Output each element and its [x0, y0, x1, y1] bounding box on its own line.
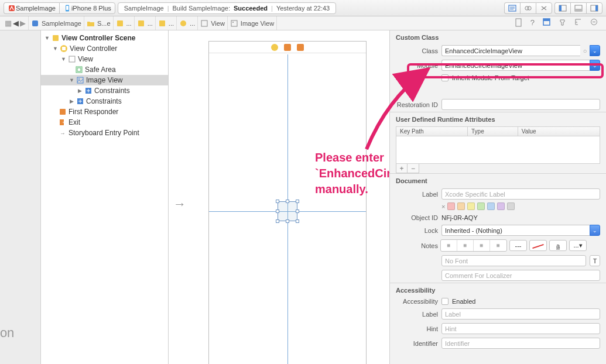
svg-rect-2	[66, 6, 69, 10]
acc-enabled-checkbox[interactable]	[441, 298, 448, 305]
inherit-module-checkbox[interactable]	[441, 74, 448, 81]
class-dropdown-button[interactable]: ⌄	[590, 45, 600, 56]
align-justify-button[interactable]: ≡	[490, 240, 506, 251]
file-inspector-icon[interactable]	[515, 18, 522, 28]
jump-seg-2[interactable]: ...	[114, 16, 135, 30]
svg-rect-27	[53, 35, 59, 41]
jump-seg-3[interactable]: ...	[135, 16, 156, 30]
outline-exit[interactable]: Exit	[41, 117, 168, 128]
svg-rect-38	[60, 109, 66, 111]
localizer-comment-field[interactable]: Comment For Localizer	[441, 270, 600, 281]
standard-editor-button[interactable]	[504, 2, 520, 14]
module-field[interactable]: EnhancedCircleImageView	[441, 60, 590, 71]
help-inspector-icon[interactable]: ?	[530, 18, 535, 28]
acc-identifier-field[interactable]: Identifier	[441, 338, 600, 349]
svg-rect-30	[69, 56, 75, 62]
doc-label-field[interactable]: Xcode Specific Label	[441, 188, 600, 200]
annotation-text: Please enter `EnhancedCircleImageView` m…	[315, 150, 389, 197]
outline-constraints-inner[interactable]: ▶ Constraints	[41, 85, 168, 96]
font-picker-button[interactable]: T	[590, 255, 600, 266]
swatch-blue[interactable]	[487, 202, 495, 210]
size-inspector-icon[interactable]	[574, 18, 582, 28]
toggle-inspector-button[interactable]	[586, 2, 602, 14]
main-toolbar: SampleImage iPhone 8 Plus SampleImage | …	[0, 0, 606, 16]
nav-back-icon[interactable]: ◀	[13, 19, 19, 27]
app-icon	[8, 4, 16, 12]
nav-forward-icon[interactable]: ▶	[20, 19, 26, 27]
module-dropdown-button[interactable]: ⌄	[590, 60, 600, 71]
outline-view-controller[interactable]: ▼ View Controller	[41, 43, 168, 54]
version-editor-button[interactable]	[536, 2, 552, 14]
toggle-debug-button[interactable]	[570, 2, 586, 14]
lock-field[interactable]: Inherited - (Nothing)	[441, 225, 590, 236]
outline-safe-area[interactable]: Safe Area	[41, 64, 168, 75]
artboard-view-controller[interactable]	[208, 41, 367, 364]
outline-storyboard-entry[interactable]: → Storyboard Entry Point	[41, 128, 168, 138]
udra-table[interactable]: Key Path Type Value	[396, 126, 600, 164]
acc-label: Accessibility	[396, 298, 438, 305]
inspector-tabs: ?	[515, 18, 604, 28]
status-result: Succeeded	[234, 5, 268, 12]
identity-inspector-icon[interactable]	[543, 18, 550, 28]
status-time: Yesterday at 22:43	[276, 5, 330, 12]
status-project: SampleImage	[124, 5, 164, 12]
udra-remove-button[interactable]: −	[408, 164, 419, 173]
acc-hint-field[interactable]: Hint	[441, 323, 600, 334]
status-action: Build SampleImage:	[173, 5, 230, 12]
swatch-green[interactable]	[477, 202, 485, 210]
restoration-id-field[interactable]	[441, 99, 600, 110]
outline-first-responder[interactable]: First Responder	[41, 107, 168, 117]
scheme-project-label: SampleImage	[16, 5, 56, 12]
disclosure-icon[interactable]: ▼	[44, 35, 50, 41]
entry-arrow-icon: →	[173, 197, 186, 212]
identity-inspector-panel: Custom Class Class EnhancedCircleImageVi…	[389, 30, 606, 364]
notes-style-1[interactable]: ---	[509, 240, 527, 251]
disclosure-icon[interactable]: ▼	[69, 77, 74, 83]
jump-seg-view[interactable]: View	[198, 16, 228, 30]
acc-identifier-label: Identifier	[396, 340, 438, 347]
assistant-editor-button[interactable]	[520, 2, 536, 14]
jump-seg-folder[interactable]: S...e	[84, 16, 114, 30]
disclosure-icon[interactable]: ▶	[69, 98, 74, 104]
class-field[interactable]: EnhancedCircleImageView	[441, 45, 580, 56]
outline-image-view[interactable]: ▼ Image View	[41, 75, 168, 85]
disclosure-icon[interactable]: ▼	[53, 46, 58, 51]
notes-more-button[interactable]: ...▾	[569, 240, 587, 251]
align-left-button[interactable]: ≡	[441, 240, 457, 251]
scheme-selector[interactable]: SampleImage iPhone 8 Plus	[4, 2, 115, 14]
swatch-gray[interactable]	[507, 202, 515, 210]
lock-dropdown-button[interactable]: ⌄	[590, 225, 600, 236]
swatch-purple[interactable]	[497, 202, 505, 210]
disclosure-icon[interactable]: ▶	[77, 88, 83, 94]
swatch-red[interactable]	[447, 202, 455, 210]
connections-inspector-icon[interactable]	[590, 18, 598, 28]
toggle-navigator-button[interactable]	[554, 2, 570, 14]
notes-font-field[interactable]: No Font	[441, 255, 586, 266]
swatch-none[interactable]: ×	[441, 203, 445, 210]
jump-seg-4[interactable]: ...	[156, 16, 177, 30]
acc-enabled-label: Enabled	[452, 298, 475, 305]
activity-status: SampleImage | Build SampleImage: Succeed…	[118, 2, 336, 14]
related-items-icon[interactable]: ▦	[5, 19, 12, 27]
interface-builder-canvas[interactable]: → Please enter `EnhancedCircleImageView`…	[169, 30, 389, 364]
outline-constraints-outer[interactable]: ▶ Constraints	[41, 96, 168, 107]
clear-icon[interactable]: ○	[580, 45, 590, 56]
selected-image-view[interactable]	[278, 201, 297, 221]
outline-view[interactable]: ▼ View	[41, 54, 168, 64]
swatch-orange[interactable]	[457, 202, 465, 210]
notes-style-a[interactable]: a	[549, 240, 567, 251]
notes-style-strike[interactable]	[529, 240, 547, 251]
acc-label-field[interactable]: Label	[441, 308, 600, 320]
jump-seg-imageview[interactable]: Image View	[228, 16, 277, 30]
udra-add-button[interactable]: +	[396, 164, 408, 173]
jump-seg-project[interactable]: SampleImage	[29, 16, 84, 30]
align-right-button[interactable]: ≡	[474, 240, 490, 251]
align-center-button[interactable]: ≡	[457, 240, 474, 251]
jump-seg-5[interactable]: ...	[177, 16, 198, 30]
svg-rect-15	[32, 20, 38, 26]
swatch-yellow[interactable]	[467, 202, 475, 210]
attributes-inspector-icon[interactable]	[559, 18, 566, 28]
outline-scene[interactable]: ▼ View Controller Scene	[41, 33, 168, 43]
first-responder-icon	[284, 44, 291, 51]
disclosure-icon[interactable]: ▼	[61, 56, 66, 62]
